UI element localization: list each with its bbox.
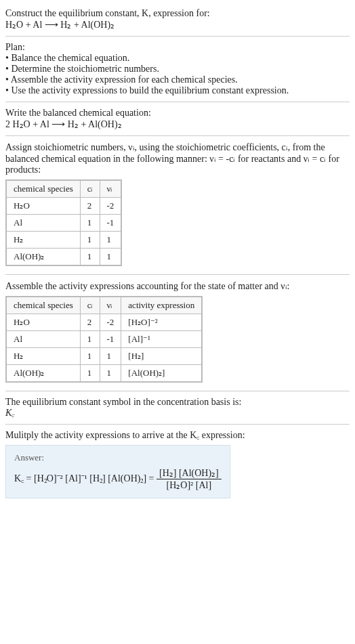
table-row: Al 1 -1 [Al]⁻¹ — [7, 331, 202, 348]
plan-item-text: Use the activity expressions to build th… — [11, 85, 289, 95]
cell-vi: -2 — [100, 198, 121, 215]
plan-item: • Use the activity expressions to build … — [5, 85, 350, 96]
col-species: chemical species — [7, 181, 81, 198]
prompt-equation: H₂O + Al ⟶ H₂ + Al(OH)₂ — [5, 19, 350, 30]
table-row: H₂O 2 -2 — [7, 198, 121, 215]
plan-item-text: Assemble the activity expression for eac… — [11, 74, 238, 85]
answer-box: Answer: K꜀ = [H₂O]⁻² [Al]⁻¹ [H₂] [Al(OH)… — [5, 445, 230, 498]
col-vi: νᵢ — [100, 181, 121, 198]
cell-activity: [Al]⁻¹ — [121, 331, 202, 348]
table-row: H₂ 1 1 — [7, 232, 121, 249]
stoich-block: Assign stoichiometric numbers, νᵢ, using… — [5, 136, 350, 275]
cell-activity: [Al(OH)₂] — [121, 365, 202, 382]
answer-label: Answer: — [14, 452, 222, 463]
cell-species: H₂ — [7, 232, 81, 249]
cell-ci: 1 — [80, 232, 100, 249]
cell-vi: -2 — [100, 314, 121, 331]
balanced-equation: 2 H₂O + Al ⟶ H₂ + Al(OH)₂ — [5, 119, 350, 130]
activity-table-wrap: chemical species cᵢ νᵢ activity expressi… — [5, 296, 203, 383]
cell-vi: 1 — [100, 365, 121, 382]
stoich-text: Assign stoichiometric numbers, νᵢ, using… — [5, 142, 350, 175]
cell-vi: 1 — [100, 348, 121, 365]
plan-heading: Plan: — [5, 42, 350, 53]
plan-item: • Assemble the activity expression for e… — [5, 74, 350, 85]
cell-activity: [H₂O]⁻² — [121, 314, 202, 331]
cell-ci: 2 — [80, 198, 100, 215]
symbol-value: K꜀ — [5, 408, 350, 418]
cell-species: Al — [7, 331, 81, 348]
plan-item: • Determine the stoichiometric numbers. — [5, 64, 350, 74]
cell-species: Al(OH)₂ — [7, 365, 81, 382]
stoich-table-wrap: chemical species cᵢ νᵢ H₂O 2 -2 Al 1 -1 … — [5, 179, 122, 266]
col-activity: activity expression — [121, 297, 202, 314]
cell-ci: 1 — [80, 365, 100, 382]
symbol-text: The equilibrium constant symbol in the c… — [5, 397, 350, 408]
table-row: H₂ 1 1 [H₂] — [7, 348, 202, 365]
cell-species: H₂ — [7, 348, 81, 365]
kc-numerator: [H₂] [Al(OH)₂] — [156, 467, 222, 479]
plan-block: Plan: • Balance the chemical equation. •… — [5, 37, 350, 102]
col-ci: cᵢ — [80, 181, 100, 198]
stoich-table: chemical species cᵢ νᵢ H₂O 2 -2 Al 1 -1 … — [6, 180, 121, 265]
cell-species: Al — [7, 215, 81, 232]
activity-block: Assemble the activity expressions accoun… — [5, 275, 350, 391]
multiply-block: Mulitply the activity expressions to arr… — [5, 425, 350, 504]
kc-fraction: [H₂] [Al(OH)₂] [H₂O]² [Al] — [156, 467, 222, 491]
cell-vi: 1 — [100, 232, 121, 249]
col-vi: νᵢ — [100, 297, 121, 314]
table-row: Al 1 -1 — [7, 215, 121, 232]
balanced-block: Write the balanced chemical equation: 2 … — [5, 102, 350, 136]
cell-ci: 1 — [80, 331, 100, 348]
cell-ci: 1 — [80, 215, 100, 232]
activity-text: Assemble the activity expressions accoun… — [5, 280, 350, 292]
cell-species: H₂O — [7, 198, 81, 215]
prompt-line: Construct the equilibrium constant, K, e… — [5, 8, 350, 19]
table-header-row: chemical species cᵢ νᵢ — [7, 181, 121, 198]
symbol-block: The equilibrium constant symbol in the c… — [5, 391, 350, 425]
cell-ci: 1 — [80, 249, 100, 265]
table-row: Al(OH)₂ 1 1 [Al(OH)₂] — [7, 365, 202, 382]
kc-symbol: K꜀ — [5, 408, 14, 418]
prompt-block: Construct the equilibrium constant, K, e… — [5, 5, 350, 36]
cell-vi: -1 — [100, 331, 121, 348]
plan-item: • Balance the chemical equation. — [5, 53, 350, 64]
table-row: Al(OH)₂ 1 1 — [7, 249, 121, 265]
cell-vi: -1 — [100, 215, 121, 232]
balanced-heading: Write the balanced chemical equation: — [5, 108, 350, 119]
cell-species: Al(OH)₂ — [7, 249, 81, 265]
table-header-row: chemical species cᵢ νᵢ activity expressi… — [7, 297, 202, 314]
kc-lhs: K꜀ = [H₂O]⁻² [Al]⁻¹ [H₂] [Al(OH)₂] = — [14, 473, 156, 484]
multiply-text: Mulitply the activity expressions to arr… — [5, 430, 350, 441]
col-species: chemical species — [7, 297, 81, 314]
cell-ci: 1 — [80, 348, 100, 365]
plan-item-text: Balance the chemical equation. — [11, 53, 129, 63]
plan-item-text: Determine the stoichiometric numbers. — [11, 64, 159, 74]
cell-species: H₂O — [7, 314, 81, 331]
cell-activity: [H₂] — [121, 348, 202, 365]
activity-table: chemical species cᵢ νᵢ activity expressi… — [6, 297, 202, 382]
col-ci: cᵢ — [80, 297, 100, 314]
kc-denominator: [H₂O]² [Al] — [156, 479, 222, 491]
cell-vi: 1 — [100, 249, 121, 265]
kc-expression: K꜀ = [H₂O]⁻² [Al]⁻¹ [H₂] [Al(OH)₂] = [H₂… — [14, 473, 222, 484]
table-row: H₂O 2 -2 [H₂O]⁻² — [7, 314, 202, 331]
cell-ci: 2 — [80, 314, 100, 331]
